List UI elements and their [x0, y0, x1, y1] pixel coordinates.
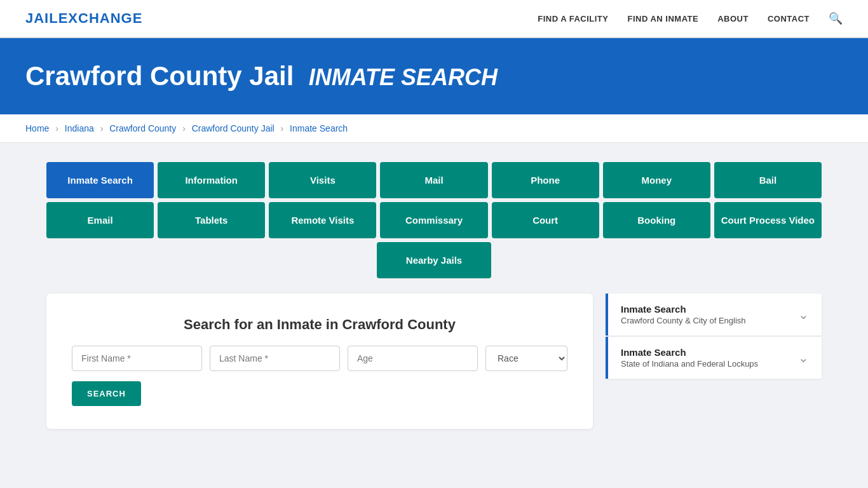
search-icon[interactable]: 🔍 — [829, 11, 843, 25]
tile-inmate-search[interactable]: Inmate Search — [46, 162, 154, 198]
tile-phone[interactable]: Phone — [492, 162, 599, 198]
tile-commissary[interactable]: Commissary — [380, 202, 487, 238]
breadcrumb-crawford-county-jail[interactable]: Crawford County Jail — [192, 123, 275, 133]
tile-mail[interactable]: Mail — [380, 162, 487, 198]
bottom-section: Search for an Inmate in Crawford County … — [46, 294, 822, 429]
tiles-row1: Inmate Search Information Visits Mail Ph… — [46, 162, 822, 198]
nav-find-facility[interactable]: FIND A FACILITY — [538, 14, 608, 24]
breadcrumb-crawford-county[interactable]: Crawford County — [109, 123, 176, 133]
nav-contact[interactable]: CONTACT — [768, 14, 810, 24]
sidebar-item-indiana[interactable]: Inmate Search State of Indiana and Feder… — [606, 337, 822, 379]
tile-court-process-video[interactable]: Court Process Video — [714, 202, 822, 238]
sidebar-item-title-1: Inmate Search — [621, 304, 746, 315]
sidebar-item-title-2: Inmate Search — [621, 347, 758, 358]
search-form-title: Search for an Inmate in Crawford County — [72, 316, 567, 333]
sidebar-item-text-2: Inmate Search State of Indiana and Feder… — [621, 347, 758, 369]
breadcrumb-sep-2: › — [100, 123, 104, 133]
form-row-names: Race White Black Hispanic Asian Other — [72, 346, 567, 371]
breadcrumb-sep-4: › — [281, 123, 284, 133]
sidebar-item-crawford[interactable]: Inmate Search Crawford County & City of … — [606, 294, 822, 336]
chevron-down-icon-2: ⌄ — [798, 350, 809, 365]
tiles-row2: Email Tablets Remote Visits Commissary C… — [46, 202, 822, 238]
header: JAILEXCHANGE FIND A FACILITY FIND AN INM… — [0, 0, 868, 38]
hero-title-main: Crawford County Jail — [25, 61, 294, 91]
last-name-input[interactable] — [210, 346, 340, 371]
tile-booking[interactable]: Booking — [603, 202, 710, 238]
tile-nearby-jails[interactable]: Nearby Jails — [377, 242, 491, 278]
hero-banner: Crawford County Jail INMATE SEARCH — [0, 38, 868, 114]
age-input[interactable] — [348, 346, 478, 371]
search-form-container: Search for an Inmate in Crawford County … — [46, 294, 593, 429]
sidebar-item-text-1: Inmate Search Crawford County & City of … — [621, 304, 746, 325]
tile-visits[interactable]: Visits — [269, 162, 376, 198]
tile-email[interactable]: Email — [46, 202, 154, 238]
logo[interactable]: JAILEXCHANGE — [25, 10, 142, 27]
sidebar: Inmate Search Crawford County & City of … — [606, 294, 822, 379]
tile-money[interactable]: Money — [603, 162, 710, 198]
breadcrumb: Home › Indiana › Crawford County › Crawf… — [0, 114, 868, 143]
breadcrumb-current: Inmate Search — [290, 123, 348, 133]
page-title: Crawford County Jail INMATE SEARCH — [25, 61, 843, 92]
sidebar-item-subtitle-1: Crawford County & City of English — [621, 316, 746, 325]
breadcrumb-indiana[interactable]: Indiana — [65, 123, 94, 133]
first-name-input[interactable] — [72, 346, 202, 371]
tile-remote-visits[interactable]: Remote Visits — [269, 202, 376, 238]
breadcrumb-sep-1: › — [55, 123, 58, 133]
tile-information[interactable]: Information — [158, 162, 265, 198]
nav-about[interactable]: ABOUT — [717, 14, 749, 24]
main-nav: FIND A FACILITY FIND AN INMATE ABOUT CON… — [538, 11, 843, 25]
breadcrumb-home[interactable]: Home — [25, 123, 49, 133]
tile-tablets[interactable]: Tablets — [158, 202, 265, 238]
race-select[interactable]: Race White Black Hispanic Asian Other — [485, 346, 567, 371]
hero-title-italic: INMATE SEARCH — [309, 64, 498, 90]
breadcrumb-sep-3: › — [182, 123, 186, 133]
tile-court[interactable]: Court — [492, 202, 599, 238]
logo-jail: JAIL — [25, 10, 58, 26]
tiles-row3: Nearby Jails — [46, 242, 822, 278]
tile-bail[interactable]: Bail — [714, 162, 822, 198]
search-button[interactable]: SEARCH — [72, 381, 141, 406]
sidebar-item-subtitle-2: State of Indiana and Federal Lockups — [621, 359, 758, 369]
logo-exchange: EXCHANGE — [58, 10, 143, 26]
chevron-down-icon-1: ⌄ — [798, 307, 809, 322]
nav-find-inmate[interactable]: FIND AN INMATE — [627, 14, 698, 24]
main-content: Inmate Search Information Visits Mail Ph… — [21, 143, 847, 448]
